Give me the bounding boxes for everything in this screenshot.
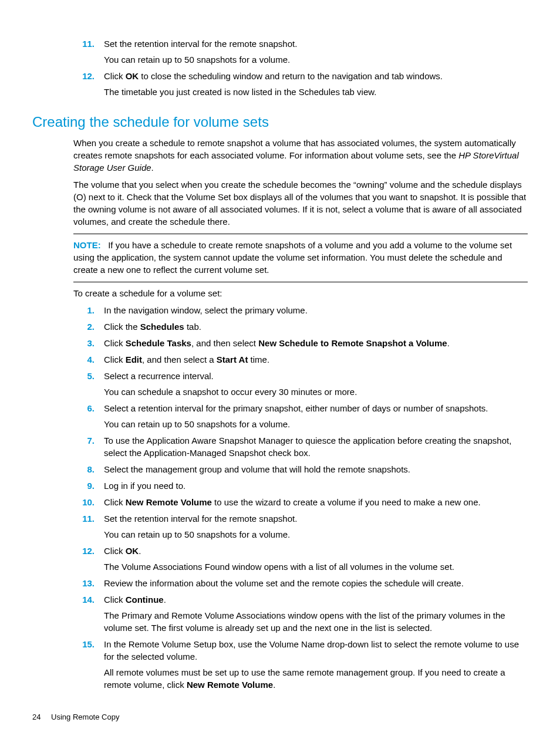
step-1: 1.In the navigation window, select the p… (73, 304, 528, 319)
step-number: 11. (73, 38, 104, 68)
note-text: If you have a schedule to create remote … (73, 240, 512, 275)
step-15: 15.In the Remote Volume Setup box, use t… (73, 638, 528, 693)
note-label: NOTE: (73, 240, 101, 250)
procedure-steps: 1.In the navigation window, select the p… (73, 304, 528, 693)
step-9: 9.Log in if you need to. (73, 480, 528, 494)
page-footer: 24 Using Remote Copy (32, 712, 119, 723)
step-number: 12. (73, 70, 104, 100)
step-14: 14.Click Continue.The Primary and Remote… (73, 593, 528, 636)
note-divider-bottom (73, 282, 528, 282)
section-heading: Creating the schedule for volume sets (32, 112, 528, 132)
step-12-top: 12. Click OK to close the scheduling win… (73, 70, 528, 100)
procedure-intro: To create a schedule for a volume set: (73, 287, 528, 299)
step-11-top: 11. Set the retention interval for the r… (73, 38, 528, 68)
note-block: NOTE: If you have a schedule to create r… (73, 239, 528, 276)
top-continued-steps: 11. Set the retention interval for the r… (73, 38, 528, 100)
step-11: 11.Set the retention interval for the re… (73, 512, 528, 543)
step-12: 12.Click OK.The Volume Associations Foun… (73, 545, 528, 575)
step-8: 8.Select the management group and volume… (73, 463, 528, 478)
page-number: 24 (32, 713, 41, 721)
step-text: Click OK to close the scheduling window … (104, 70, 528, 100)
step-2: 2.Click the Schedules tab. (73, 320, 528, 335)
step-3: 3.Click Schedule Tasks, and then select … (73, 337, 528, 352)
step-5: 5.Select a recurrence interval.You can s… (73, 370, 528, 400)
step-6: 6.Select a retention interval for the pr… (73, 402, 528, 433)
step-text: Set the retention interval for the remot… (104, 38, 528, 68)
section-intro: When you create a schedule to remote sna… (73, 137, 528, 228)
step-7: 7.To use the Application Aware Snapshot … (73, 434, 528, 461)
chapter-title: Using Remote Copy (51, 713, 119, 721)
step-4: 4.Click Edit, and then select a Start At… (73, 353, 528, 368)
step-10: 10.Click New Remote Volume to use the wi… (73, 496, 528, 511)
note-divider-top (73, 234, 528, 234)
step-13: 13.Review the information about the volu… (73, 577, 528, 592)
